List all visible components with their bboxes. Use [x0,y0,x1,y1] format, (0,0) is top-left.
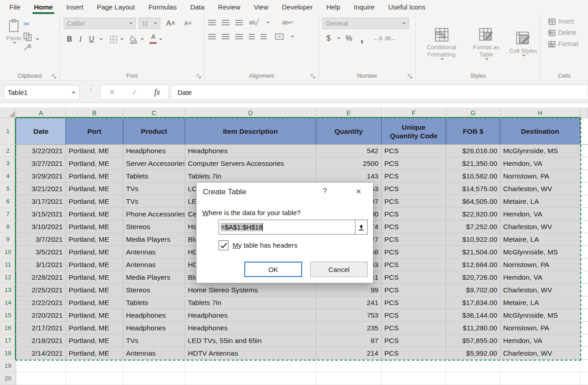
cell-G14[interactable]: $17,834.00 [446,296,500,309]
ribbon-tab-help[interactable]: Help [320,1,347,14]
cell-F16[interactable]: PCS [382,322,446,334]
cell-G12[interactable]: $20,726.00 [446,271,500,284]
percent-style-icon[interactable]: % [342,34,355,43]
row-header-2[interactable]: 2 [0,145,16,157]
row-header-14[interactable]: 14 [0,296,16,309]
align-left-icon[interactable] [208,34,216,39]
cell-H2[interactable]: McGlynnside, MS [500,145,580,157]
conditional-formatting-button[interactable]: Conditional Formatting [420,28,463,60]
cell-F14[interactable]: PCS [382,296,446,309]
comma-style-icon[interactable]: , [357,36,367,41]
cell-A10[interactable]: 3/5/2021 [16,246,66,258]
row-header-16[interactable]: 16 [0,322,16,334]
dialog-close-icon[interactable]: ✕ [349,185,368,198]
ok-button[interactable]: OK [244,262,302,277]
row-header-18[interactable]: 18 [0,347,16,360]
font-name-select[interactable]: Calibri [64,18,136,29]
cell-F1[interactable]: Unique Quantity Code [382,118,446,145]
cell-F3[interactable]: PCS [382,157,446,170]
formula-bar-resize-handle[interactable]: ⋮ [87,87,94,90]
col-header-F[interactable]: F [382,108,446,118]
cell-C9[interactable]: Media Players [123,233,185,246]
cell-H15[interactable]: McGlynnside, MS [500,309,580,322]
cell-H16[interactable]: Norristown, PA [500,322,580,334]
cell-B13[interactable]: Portland, ME [66,284,123,296]
cell-H1[interactable]: Destination [500,118,580,145]
cell-C10[interactable]: Antennas [123,246,185,258]
cell-G11[interactable]: $12,684.00 [446,258,500,271]
cancel-entry-icon[interactable]: ✕ [109,88,115,97]
cell-B2[interactable]: Portland, ME [66,145,123,157]
cell-E18[interactable]: 214 [316,347,382,360]
cell-D15[interactable]: Headphones [185,309,316,322]
row-header-3[interactable]: 3 [0,157,16,170]
row-header-19[interactable]: 19 [0,360,16,372]
align-middle-icon[interactable] [222,20,229,25]
row-header-11[interactable]: 11 [0,258,16,271]
cell-F4[interactable]: PCS [382,170,446,183]
cell-E4[interactable]: 143 [316,170,382,183]
cell-C6[interactable]: TVs [123,195,185,208]
cell-A5[interactable]: 3/21/2021 [16,183,66,195]
cell-G2[interactable]: $26,016.00 [446,145,500,157]
cell-B5[interactable]: Portland, ME [66,183,123,195]
row-header-15[interactable]: 15 [0,309,16,322]
cell-D19[interactable] [185,360,316,372]
cell-F19[interactable] [382,360,446,372]
ribbon-tab-page-layout[interactable]: Page Layout [90,1,141,14]
cancel-button[interactable]: Cancel [310,262,368,277]
col-header-C[interactable]: C [123,108,185,118]
cell-A8[interactable]: 3/10/2021 [16,221,66,233]
cell-C5[interactable]: TVs [123,183,185,195]
cell-F7[interactable]: PCS [382,208,446,221]
cell-A20[interactable] [16,372,66,385]
underline-button[interactable]: U [86,35,98,43]
row-header-17[interactable]: 17 [0,334,16,347]
delete-cells-button[interactable]: Delete [548,29,585,36]
cell-B20[interactable] [66,372,123,385]
bold-button[interactable]: B [64,35,75,43]
insert-function-icon[interactable]: fx [154,88,160,97]
cell-H8[interactable]: Charleston, WV [500,221,580,233]
ribbon-tab-formulas[interactable]: Formulas [142,1,184,14]
cell-F2[interactable]: PCS [382,145,446,157]
cell-B15[interactable]: Portland, ME [66,309,123,322]
cell-D13[interactable]: Home Stereo Systems [185,284,316,296]
ribbon-tab-insert[interactable]: Insert [60,1,90,14]
cell-H17[interactable]: Hemdon, VA [500,334,580,347]
increase-indent-icon[interactable] [261,34,266,39]
cell-F15[interactable]: PCS [382,309,446,322]
align-center-icon[interactable] [222,34,229,39]
row-header-1[interactable]: 1 [0,118,16,145]
col-header-G[interactable]: G [446,108,500,118]
merge-center-icon[interactable] [275,33,284,40]
cell-E16[interactable]: 235 [316,322,382,334]
cell-H18[interactable]: Charleston, WV [500,347,580,360]
cell-E19[interactable] [316,360,382,372]
cell-E1[interactable]: Quantity [316,118,382,145]
cell-D18[interactable]: HDTV Antennas [185,347,316,360]
col-header-A[interactable]: A [16,108,66,118]
row-header-6[interactable]: 6 [0,195,16,208]
format-painter-icon[interactable] [23,44,39,52]
cell-C3[interactable]: Server Accessories [123,157,185,170]
increase-decimal-icon[interactable]: ←.0 [373,36,382,41]
borders-icon[interactable] [109,35,118,44]
cell-F13[interactable]: PCS [382,284,446,296]
cell-A4[interactable]: 3/29/2021 [16,170,66,183]
align-bottom-icon[interactable] [235,20,243,25]
col-header-B[interactable]: B [66,108,123,118]
cell-G7[interactable]: $22,920.00 [446,208,500,221]
cell-C1[interactable]: Product [123,118,185,145]
cell-A18[interactable]: 2/14/2021 [16,347,66,360]
cell-E3[interactable]: 2500 [316,157,382,170]
cell-F20[interactable] [382,372,446,385]
cell-H7[interactable]: Hemdon, VA [500,208,580,221]
cut-icon[interactable]: ✂ [23,19,39,29]
decrease-decimal-icon[interactable]: .00→ [384,36,396,41]
row-header-20[interactable]: 20 [0,372,16,385]
cell-C8[interactable]: Stereos [123,221,185,233]
cell-C20[interactable] [123,372,185,385]
cell-B17[interactable]: Portland, ME [66,334,123,347]
cell-B11[interactable]: Portland, ME [66,258,123,271]
